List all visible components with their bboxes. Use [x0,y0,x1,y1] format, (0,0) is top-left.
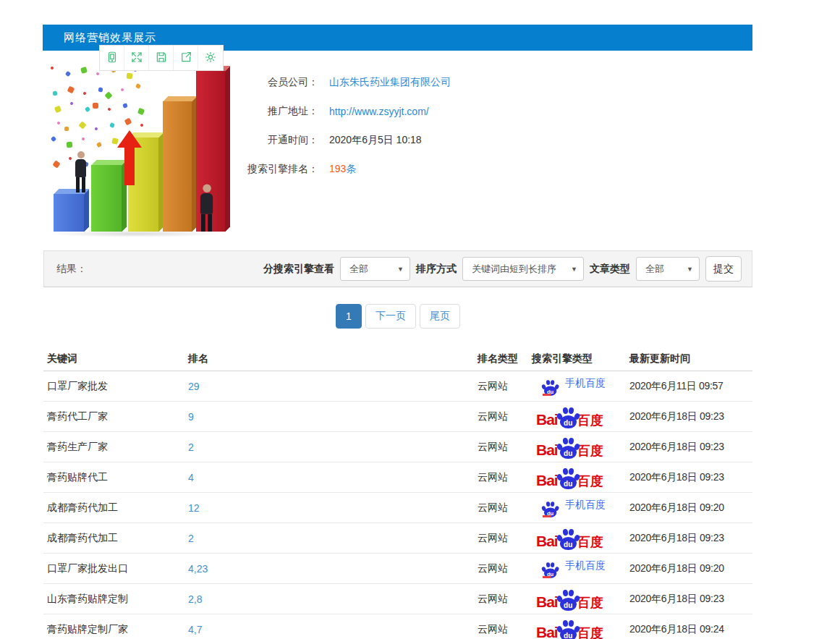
submit-button[interactable]: 提交 [705,256,742,282]
engine-cell: Baidu百度 [528,619,626,639]
update-time-cell: 2020年6月18日 09:23 [626,441,752,454]
fullscreen-button[interactable] [124,46,149,70]
share-button[interactable] [174,46,198,70]
rank-type-cell: 云网站 [474,471,528,484]
page-title: 网络营销效果展示 [64,31,156,45]
header-keyword: 关键词 [43,352,184,365]
rank-type-cell: 云网站 [474,623,528,636]
table-row: 膏药代工厂家 9 云网站 Baidu百度 2020年6月18日 09:23 [43,402,752,432]
rank-type-cell: 云网站 [474,593,528,606]
engine-filter-label: 分搜索引擎查看 [263,263,334,276]
info-row-company: 会员公司： 山东朱氏药业集团有限公司 [224,68,451,97]
table-row: 成都膏药代加工 2 云网站 Baidu百度 2020年6月18日 09:23 [43,523,752,554]
bar-blue [54,194,84,232]
table-row: 山东膏药贴牌定制 2,8 云网站 Baidu百度 2020年6月18日 09:2… [43,584,752,614]
table-row: 口罩厂家批发 29 云网站 du手机百度 2020年6月11日 09:57 [43,371,752,402]
seo-rank-unit: 条 [346,163,356,174]
rank-type-cell: 云网站 [474,410,528,423]
mobile-baidu-label: 手机百度 [565,559,606,572]
settings-button[interactable] [198,46,223,70]
rank-link[interactable]: 4,7 [184,624,474,635]
engine-cell: Baidu百度 [528,407,626,427]
mobile-baidu-label: 手机百度 [565,499,606,512]
page: 网络营销效果展示 [0,0,840,639]
baidu-logo: Baidu百度 [536,467,603,488]
next-page-button[interactable]: 下一页 [365,304,416,329]
engine-filter-value: 全部 [349,263,368,276]
seo-rank-count: 193 [329,163,346,174]
mobile-baidu-badge: du手机百度 [542,496,606,515]
businessman-right [200,184,213,232]
chevron-down-icon: ▼ [679,266,693,273]
fullscreen-icon [130,51,143,66]
rank-link[interactable]: 2,8 [184,593,474,605]
header-rank: 排名 [184,352,474,365]
businessman-left [75,151,86,192]
rank-link[interactable]: 2 [184,441,474,453]
mobile-baidu-label: 手机百度 [565,377,606,390]
sort-label: 排序方式 [416,263,457,276]
promo-url-link[interactable]: http://www.zsyyjt.com/ [329,106,429,117]
baidu-logo: Baidu百度 [536,619,603,639]
rank-type-cell: 云网站 [474,532,528,545]
open-time-value: 2020年6月5日 10:18 [329,134,422,147]
member-info: 会员公司： 山东朱氏药业集团有限公司 推广地址： http://www.zsyy… [224,68,451,184]
baidu-paw-icon: du [557,589,580,611]
keyword-cell: 成都膏药代加工 [43,532,184,545]
rank-link[interactable]: 4 [184,472,474,483]
company-link[interactable]: 山东朱氏药业集团有限公司 [329,76,451,89]
baidu-paw-icon: du [557,407,580,428]
article-type-select[interactable]: 全部 ▼ [636,257,700,281]
table-row: 膏药贴牌代工 4 云网站 Baidu百度 2020年6月18日 09:23 [43,462,752,493]
sort-select[interactable]: 关键词由短到长排序 ▼ [462,257,584,281]
engine-cell: du手机百度 [528,496,626,520]
rank-type-cell: 云网站 [474,380,528,393]
rank-type-cell: 云网站 [474,562,528,575]
bar-orange [163,101,192,232]
mobile-baidu-badge: du手机百度 [542,374,606,393]
baidu-logo: Baidu百度 [536,407,603,427]
engine-cell: Baidu百度 [528,437,626,457]
table-row: 膏药贴牌定制厂家 4,7 云网站 Baidu百度 2020年6月18日 09:2… [43,614,752,639]
keyword-cell: 膏药生产厂家 [43,441,184,454]
rank-link[interactable]: 2 [184,533,474,544]
rank-link[interactable]: 9 [184,411,474,423]
table-row: 膏药生产厂家 2 云网站 Baidu百度 2020年6月18日 09:23 [43,432,752,462]
filter-controls: 分搜索引擎查看 全部 ▼ 排序方式 关键词由短到长排序 ▼ 文章类型 全部 ▼ … [263,256,742,282]
engine-cell: Baidu百度 [528,589,626,609]
toolbar [99,45,224,71]
keyword-cell: 山东膏药贴牌定制 [43,593,184,606]
update-time-cell: 2020年6月18日 09:20 [626,562,752,575]
seo-rank-value: 193条 [329,163,356,176]
update-time-cell: 2020年6月18日 09:23 [626,532,752,545]
keyword-cell: 口罩厂家批发出口 [43,562,184,575]
update-time-cell: 2020年6月11日 09:57 [626,380,752,393]
table-body: 口罩厂家批发 29 云网站 du手机百度 2020年6月11日 09:57 膏药… [43,371,752,639]
baidu-logo: Baidu百度 [536,589,603,609]
last-page-button[interactable]: 尾页 [420,304,460,329]
rank-type-cell: 云网站 [474,441,528,454]
rank-link[interactable]: 4,23 [184,563,474,575]
keyword-cell: 膏药贴牌定制厂家 [43,623,184,636]
engine-cell: Baidu百度 [528,528,626,549]
update-time-cell: 2020年6月18日 09:24 [626,623,752,636]
mobile-baidu-badge: du手机百度 [542,557,606,575]
update-time-cell: 2020年6月18日 09:20 [626,502,752,515]
keyword-cell: 成都膏药代加工 [43,502,184,515]
engine-filter-select[interactable]: 全部 ▼ [340,257,410,281]
pagination: 1 下一页 尾页 [43,304,752,329]
rank-link[interactable]: 12 [184,502,474,514]
update-time-cell: 2020年6月18日 09:23 [626,593,752,606]
header-update-time: 最新更新时间 [626,352,752,365]
update-time-cell: 2020年6月18日 09:23 [626,471,752,484]
settings-icon [204,51,217,66]
page-button-current[interactable]: 1 [336,304,362,329]
save-button[interactable] [149,46,174,70]
mobile-preview-button[interactable] [100,46,124,70]
keyword-cell: 口罩厂家批发 [43,380,184,393]
engine-cell: du手机百度 [528,374,626,398]
rank-link[interactable]: 29 [184,381,474,392]
header-engine-type: 搜索引擎类型 [528,352,626,365]
article-type-value: 全部 [645,263,664,276]
table-header: 关键词 排名 排名类型 搜索引擎类型 最新更新时间 [43,347,752,371]
